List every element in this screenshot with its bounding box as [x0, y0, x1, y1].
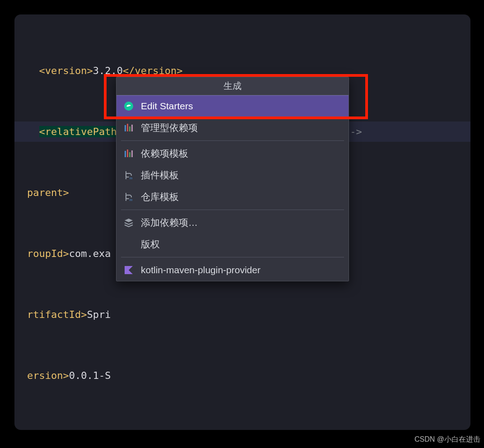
stack-icon [123, 217, 135, 229]
menu-header: 生成 [116, 77, 349, 95]
bars-icon [123, 148, 135, 159]
menu-item-label: 仓库模板 [141, 191, 179, 203]
menu-item-label: 管理型依赖项 [141, 121, 198, 134]
kotlin-icon [123, 264, 135, 276]
svg-rect-8 [131, 150, 133, 157]
menu-item-repo-template[interactable]: m 仓库模板 [116, 186, 349, 208]
svg-rect-7 [129, 152, 130, 157]
menu-item-label: 依赖项模板 [141, 147, 188, 160]
bars-icon [123, 122, 135, 134]
code-line: ame>SpringDemo [14, 426, 470, 430]
menu-item-kotlin-provider[interactable]: kotlin-maven-plugin-provider [116, 259, 349, 281]
menu-item-label: 插件模板 [141, 169, 179, 182]
menu-item-add-dep[interactable]: 添加依赖项… [116, 212, 349, 233]
plug-icon: m [123, 169, 135, 181]
menu-item-label: kotlin-maven-plugin-provider [141, 265, 261, 275]
menu-item-label: 添加依赖项… [141, 216, 198, 229]
menu-item-dep-template[interactable]: 依赖项模板 [116, 143, 349, 164]
menu-item-edit-starters[interactable]: Edit Starters [116, 95, 349, 117]
editor-panel: <version>3.2.0</version> <relativePath/>… [14, 14, 470, 430]
watermark: CSDN @小白在进击 [414, 435, 480, 444]
menu-separator [121, 257, 344, 257]
svg-rect-3 [129, 126, 130, 131]
svg-text:m: m [130, 197, 133, 202]
menu-item-label: 版权 [141, 238, 160, 251]
svg-rect-6 [127, 149, 128, 157]
blank-icon [123, 238, 135, 250]
plug-icon: m [123, 191, 135, 203]
leaf-icon [123, 100, 135, 112]
menu-item-managed-deps[interactable]: 管理型依赖项 [116, 117, 349, 139]
svg-rect-1 [125, 125, 126, 131]
menu-separator [121, 210, 344, 210]
svg-text:m: m [130, 176, 133, 180]
code-line: ersion>0.0.1-S [14, 365, 470, 386]
menu-separator [121, 140, 344, 141]
menu-item-copyright[interactable]: 版权 [116, 233, 349, 255]
svg-rect-4 [131, 125, 133, 131]
generate-menu: 生成 Edit Starters 管理型依赖项 依赖项模板 m 插件模板 [116, 77, 349, 281]
code-line: rtifactId>Spri [14, 304, 470, 325]
svg-rect-5 [125, 151, 126, 157]
svg-rect-2 [127, 124, 128, 131]
menu-item-plugin-template[interactable]: m 插件模板 [116, 164, 349, 186]
menu-item-label: Edit Starters [141, 101, 193, 112]
